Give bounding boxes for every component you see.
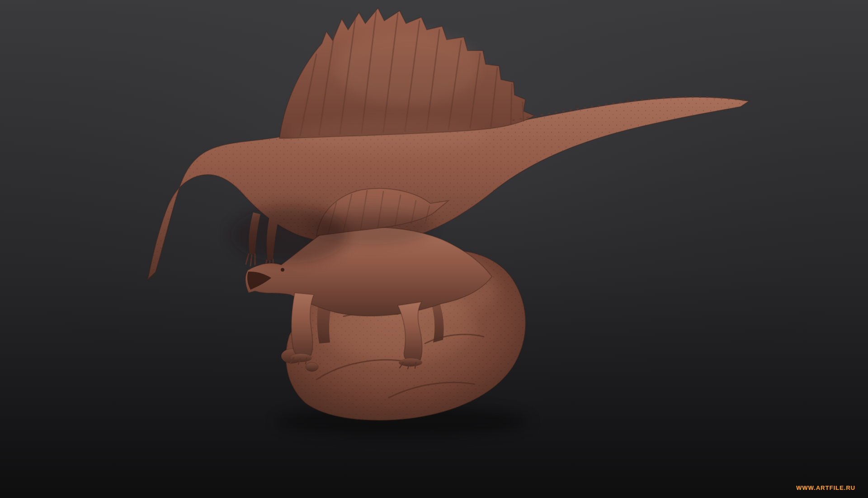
back-highlight — [289, 119, 488, 152]
small-dino-eye — [281, 268, 284, 272]
belly-shade — [307, 208, 434, 244]
small-dino-hind-foot — [399, 358, 422, 366]
pebble-small — [306, 362, 318, 371]
small-dino-front-leg — [292, 293, 314, 357]
render-viewport: WWW.ARTFILE.RU — [0, 0, 868, 498]
watermark-text: WWW.ARTFILE.RU — [796, 484, 855, 491]
dinosaur-sculpt-render: WWW.ARTFILE.RU — [0, 0, 868, 498]
